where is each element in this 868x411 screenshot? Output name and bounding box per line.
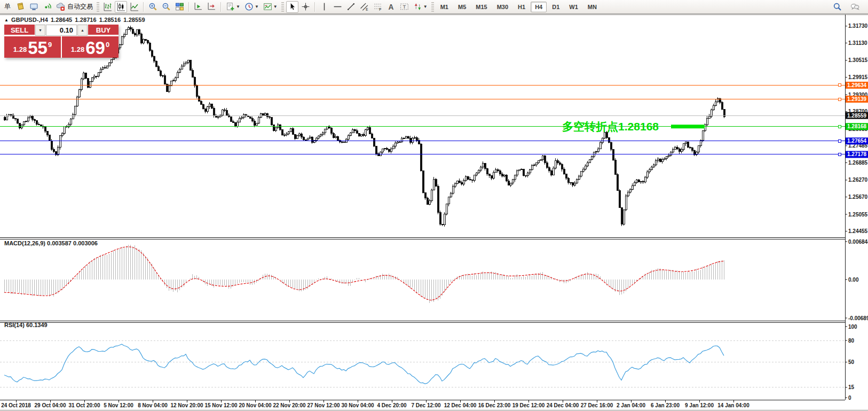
toolbar-separator <box>188 2 190 12</box>
ohlc-high: 1.28716 <box>75 17 96 23</box>
timeframe-button-D1[interactable]: D1 <box>548 2 564 12</box>
buy-button[interactable]: BUY <box>88 25 119 36</box>
highlight-green-bar <box>671 125 705 128</box>
zoom-out-button[interactable] <box>160 1 172 13</box>
zoom-in-button[interactable] <box>147 1 159 13</box>
new-order-button[interactable]: 单 <box>2 1 13 13</box>
svg-text:15: 15 <box>848 384 855 390</box>
sell-price-pip: 9 <box>48 37 52 49</box>
chart-canvas[interactable]: 1.317301.311301.305151.299151.293001.287… <box>0 0 868 411</box>
journal-button[interactable] <box>14 1 27 13</box>
horizontal-line-button[interactable] <box>332 1 344 13</box>
svg-text:24 Oct 2018: 24 Oct 2018 <box>1 402 31 408</box>
svg-text:12 Dec 04:00: 12 Dec 04:00 <box>444 402 477 408</box>
bar-chart-button[interactable] <box>101 1 114 13</box>
svg-text:24 Dec 04:00: 24 Dec 04:00 <box>547 402 579 408</box>
macd-indicator-label: MACD(12,26,9) 0.003587 0.003006 <box>4 240 98 246</box>
timeframe-button-W1[interactable]: W1 <box>565 2 582 12</box>
periods-button[interactable]: ▼ <box>243 1 261 13</box>
svg-text:1.28168: 1.28168 <box>847 123 867 129</box>
toolbar-separator <box>220 2 222 12</box>
trendline-button[interactable] <box>345 1 357 13</box>
crosshair-button[interactable] <box>299 1 312 13</box>
volume-decrease-button[interactable]: ▼ <box>35 25 45 36</box>
toolbar-separator <box>314 2 315 12</box>
one-click-trading-panel: SELL ▼ ▲ BUY 1.28 55 9 1.28 69 0 <box>4 25 119 58</box>
text-label-button[interactable] <box>398 1 411 13</box>
sell-price-prefix: 1.28 <box>13 45 27 53</box>
ohlc-low: 1.28516 <box>99 17 121 23</box>
tile-windows-button[interactable] <box>173 1 186 13</box>
indicators-icon <box>226 2 235 11</box>
timeframe-button-MN[interactable]: MN <box>583 2 601 12</box>
buy-price-big: 69 <box>85 41 105 56</box>
chat-button[interactable] <box>849 1 861 13</box>
indicators-button[interactable]: ▼ <box>224 1 242 13</box>
one-click-panel-toggle-icon[interactable]: ▲ <box>4 18 9 22</box>
bar-chart-icon <box>103 2 112 11</box>
vertical-line-button[interactable] <box>318 1 330 13</box>
timeframe-button-H4[interactable]: H4 <box>531 2 547 12</box>
volume-input[interactable] <box>46 25 77 36</box>
chart-shift-button[interactable] <box>206 1 218 13</box>
svg-text:0.006844: 0.006844 <box>848 239 868 245</box>
sell-button[interactable]: SELL <box>4 25 35 36</box>
auto-scroll-icon <box>194 2 203 11</box>
svg-text:1.26885: 1.26885 <box>848 160 868 166</box>
buy-price-pip: 0 <box>106 37 109 49</box>
auto-scroll-button[interactable] <box>192 1 204 13</box>
autotrading-button[interactable]: 自动交易 <box>54 1 94 13</box>
svg-text:50: 50 <box>848 359 855 365</box>
zoom-in-icon <box>148 2 157 11</box>
ohlc-open: 1.28645 <box>51 17 72 23</box>
chat-icon <box>850 2 859 11</box>
svg-text:0.00: 0.00 <box>848 277 859 283</box>
candlestick-button[interactable] <box>115 1 127 13</box>
svg-text:1.25055: 1.25055 <box>848 212 868 218</box>
search-icon <box>833 2 842 11</box>
templates-button[interactable]: ▼ <box>262 1 279 13</box>
svg-text:27 Dec 16:00: 27 Dec 16:00 <box>581 402 613 408</box>
svg-text:14 Jan 04:00: 14 Jan 04:00 <box>717 402 749 408</box>
timeframe-button-M15[interactable]: M15 <box>471 2 491 12</box>
zoom-out-icon <box>162 2 171 11</box>
svg-text:31 Oct 20:00: 31 Oct 20:00 <box>69 402 100 408</box>
chart-shift-icon <box>207 2 216 11</box>
volume-increase-button[interactable]: ▲ <box>77 25 88 36</box>
periods-icon <box>244 2 254 11</box>
timeframe-button-H1[interactable]: H1 <box>514 2 530 12</box>
svg-text:80: 80 <box>848 338 855 344</box>
timeframe-button-M5[interactable]: M5 <box>454 2 470 12</box>
timeframe-button-M30[interactable]: M30 <box>493 2 512 12</box>
fibonacci-button[interactable] <box>372 1 384 13</box>
svg-text:1.29634: 1.29634 <box>847 82 867 88</box>
symbol-period-label: GBPUSD-,H4 <box>11 17 48 23</box>
svg-text:1.27654: 1.27654 <box>847 138 867 144</box>
signals-button[interactable] <box>41 1 53 13</box>
templates-icon <box>263 2 272 11</box>
svg-text:-0.006894: -0.006894 <box>848 315 868 321</box>
buy-price-prefix: 1.28 <box>71 45 84 53</box>
sell-price-button[interactable]: 1.28 55 9 <box>4 36 61 58</box>
text-button[interactable] <box>385 1 397 13</box>
terminal-button[interactable] <box>28 1 40 13</box>
equidistant-channel-button[interactable] <box>358 1 370 13</box>
chevron-down-icon: ▼ <box>255 5 259 9</box>
arrows-button[interactable]: ▼ <box>412 1 429 13</box>
vertical-line-icon <box>320 2 329 11</box>
svg-text:0: 0 <box>848 395 851 401</box>
svg-text:15 Nov 12:00: 15 Nov 12:00 <box>204 402 238 408</box>
autotrading-label: 自动交易 <box>67 2 93 11</box>
svg-text:20 Nov 04:00: 20 Nov 04:00 <box>239 402 272 408</box>
buy-price-button[interactable]: 1.28 69 0 <box>62 36 119 58</box>
svg-text:4 Dec 20:00: 4 Dec 20:00 <box>377 402 406 408</box>
search-button[interactable] <box>831 1 843 13</box>
ohlc-close: 1.28559 <box>123 17 145 23</box>
svg-text:19 Dec 12:00: 19 Dec 12:00 <box>512 402 545 408</box>
cursor-button[interactable] <box>286 1 298 13</box>
rsi-indicator-label: RSI(14) 60.1349 <box>4 322 48 328</box>
svg-text:8 Nov 04:00: 8 Nov 04:00 <box>138 402 168 408</box>
equidistant-channel-icon <box>360 2 369 11</box>
line-chart-button[interactable] <box>128 1 140 13</box>
timeframe-button-M1[interactable]: M1 <box>436 2 453 12</box>
